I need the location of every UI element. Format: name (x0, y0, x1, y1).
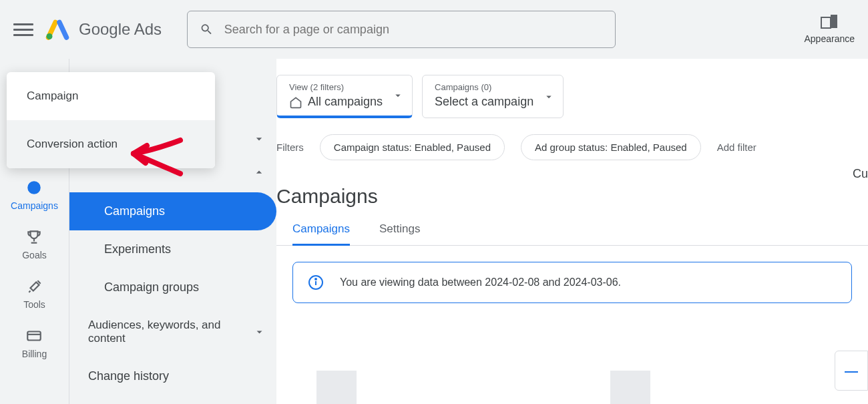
tab-settings[interactable]: Settings (379, 222, 420, 245)
rail-item-campaigns[interactable]: Campaigns (11, 179, 58, 211)
rail-item-goals[interactable]: Goals (22, 228, 47, 260)
appearance-label: Appearance (804, 33, 855, 44)
rail-label-goals: Goals (22, 250, 47, 260)
topbar: Google Ads Appearance (0, 0, 868, 59)
search-icon (200, 22, 214, 37)
svg-point-0 (47, 33, 53, 39)
campaign-selector-label: Select a campaign (435, 95, 533, 109)
info-banner: You are viewing data between 2024-02-08 … (292, 262, 852, 303)
rail-item-billing[interactable]: Billing (22, 327, 47, 359)
rail-label-tools: Tools (23, 299, 45, 310)
view-selector-small: View (2 filters) (289, 82, 383, 92)
chevron-down-icon (543, 91, 555, 103)
svg-rect-1 (821, 17, 831, 28)
create-popup: Campaign Conversion action (7, 72, 215, 168)
google-ads-logo-icon (45, 17, 69, 41)
logo[interactable]: Google Ads (45, 17, 162, 41)
chevron-down-icon[interactable] (252, 132, 266, 146)
campaign-selector[interactable]: Campaigns (0) Select a campaign (422, 75, 564, 118)
popup-item-campaign[interactable]: Campaign (7, 72, 215, 120)
chevron-down-icon (392, 89, 404, 102)
nav-item-audiences-label: Audiences, keywords, and content (88, 319, 253, 345)
filter-chip-adgroup-status[interactable]: Ad group status: Enabled, Paused (521, 134, 701, 160)
info-icon (308, 274, 324, 290)
chevron-up-icon[interactable] (252, 166, 266, 179)
campaigns-icon (25, 179, 43, 196)
product-name: Google Ads (79, 20, 162, 39)
page-title: Campaigns (276, 185, 868, 208)
nav-item-campaign-groups[interactable]: Campaign groups (69, 268, 276, 307)
nav-item-campaigns[interactable]: Campaigns (69, 192, 276, 230)
rail-label-billing: Billing (22, 349, 47, 359)
nav-item-audiences[interactable]: Audiences, keywords, and content (69, 307, 276, 357)
appearance-button[interactable]: Appearance (804, 15, 855, 44)
tools-icon (26, 278, 43, 295)
rail-label-campaigns: Campaigns (11, 200, 58, 211)
tab-campaigns[interactable]: Campaigns (292, 222, 350, 245)
billing-icon (25, 327, 43, 345)
view-selector[interactable]: View (2 filters) All campaigns (276, 75, 413, 118)
content-tabs: Campaigns Settings (276, 222, 868, 246)
rail-item-tools[interactable]: Tools (23, 278, 45, 310)
filters-label: Filters (276, 142, 304, 153)
info-text: You are viewing data between 2024-02-08 … (340, 276, 621, 288)
skeleton-placeholder (310, 371, 868, 404)
svg-rect-2 (831, 15, 837, 28)
svg-rect-4 (28, 332, 41, 341)
filter-chip-campaign-status[interactable]: Campaign status: Enabled, Paused (320, 134, 505, 160)
chevron-down-icon (253, 325, 266, 339)
trophy-icon (25, 228, 43, 246)
svg-point-3 (28, 181, 41, 194)
nav-item-experiments[interactable]: Experiments (69, 230, 276, 268)
svg-point-8 (315, 278, 316, 280)
nav-item-change-history[interactable]: Change history (69, 357, 276, 395)
view-selector-label: All campaigns (308, 95, 383, 109)
add-filter-button[interactable]: Add filter (717, 142, 756, 153)
menu-icon[interactable] (13, 20, 33, 39)
appearance-icon (821, 15, 838, 29)
search-input[interactable] (224, 23, 603, 37)
edge-text: Cu (853, 167, 868, 181)
search-input-container[interactable] (187, 11, 616, 48)
content: View (2 filters) All campaigns Campaigns… (276, 59, 868, 404)
popup-item-conversion-action[interactable]: Conversion action (7, 120, 215, 168)
home-icon (289, 95, 302, 109)
campaign-selector-small: Campaigns (0) (435, 82, 533, 92)
